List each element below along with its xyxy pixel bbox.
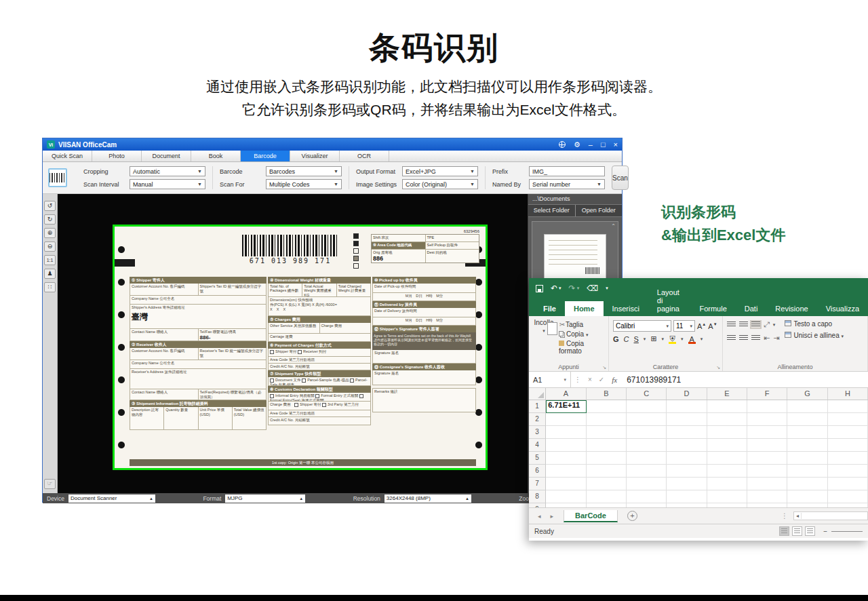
align-bottom-icon[interactable] (751, 322, 760, 328)
cell[interactable] (546, 465, 586, 478)
close-icon[interactable]: × (614, 141, 618, 148)
cell[interactable] (787, 465, 827, 478)
merge-center-button[interactable]: Unisci e allinea ▾ (785, 332, 844, 339)
format-select[interactable]: MJPG▲ (225, 495, 305, 503)
name-box[interactable]: A1▾ (529, 372, 571, 387)
cell[interactable] (747, 413, 787, 426)
page-break-view-icon[interactable] (805, 526, 815, 536)
align-left-icon[interactable] (727, 335, 736, 341)
tab-book[interactable]: Book (191, 151, 241, 161)
column-header[interactable]: G (787, 388, 827, 400)
barcode-select[interactable]: Barcodes▼ (266, 166, 342, 176)
tab-visualizza[interactable]: Visualizza (817, 301, 868, 316)
zoom-in-icon[interactable]: ⊕ (44, 228, 56, 238)
tab-inserisci[interactable]: Inserisci (604, 301, 648, 316)
select-folder-button[interactable]: Select Folder (528, 205, 576, 216)
row-header[interactable]: 9 (529, 503, 546, 507)
output-format-select[interactable]: Excel+JPG▼ (402, 166, 478, 176)
wrap-text-button[interactable]: Testo a capo (785, 320, 844, 328)
cell[interactable] (667, 452, 707, 465)
scroll-left-icon[interactable]: ◂ (794, 513, 802, 519)
underline-button[interactable]: S (634, 335, 639, 343)
row-header[interactable]: 3 (529, 426, 546, 439)
cell[interactable] (587, 426, 627, 439)
cell[interactable] (828, 413, 868, 426)
cell[interactable] (667, 465, 707, 478)
settings-gear-icon[interactable]: ⚙ (574, 141, 580, 148)
cell[interactable] (747, 465, 787, 478)
prev-sheet-icon[interactable]: ◂ (533, 513, 546, 520)
cell[interactable] (828, 400, 868, 413)
cell[interactable] (587, 400, 627, 413)
cropping-select[interactable]: Automatic▼ (130, 166, 205, 176)
column-header[interactable]: A (546, 388, 586, 400)
cell[interactable] (627, 465, 667, 478)
sheet-tab-barcode[interactable]: BarCode (564, 510, 618, 522)
tab-barcode[interactable]: Barcode (241, 151, 290, 161)
cell[interactable] (707, 400, 747, 413)
tab-home[interactable]: Home (565, 301, 604, 316)
cell[interactable] (546, 426, 586, 439)
cell[interactable] (627, 503, 667, 507)
formula-input[interactable]: 671013989171 (621, 375, 681, 385)
tab-revisione[interactable]: Revisione (766, 301, 816, 316)
cut-button[interactable]: ✂Taglia (559, 321, 604, 328)
cell[interactable] (787, 452, 827, 465)
tab-visualizer[interactable]: Visualizer (290, 151, 340, 161)
cell[interactable] (707, 439, 747, 452)
redo-button[interactable]: ↷▾ (569, 284, 580, 293)
cell[interactable] (747, 439, 787, 452)
tab-photo[interactable]: Photo (92, 151, 142, 161)
cell[interactable] (627, 478, 667, 490)
align-right-icon[interactable] (751, 335, 760, 341)
cell[interactable] (828, 452, 868, 465)
cell[interactable] (787, 426, 827, 439)
cell[interactable] (667, 400, 707, 413)
tab-dati[interactable]: Dati (736, 301, 767, 316)
cell[interactable] (627, 426, 667, 439)
language-globe-icon[interactable] (559, 141, 566, 148)
undo-button[interactable]: ↶▾ (551, 284, 561, 293)
qat-clear-icon[interactable]: ⌫ (587, 284, 598, 293)
cell[interactable] (828, 465, 868, 478)
actual-size-button[interactable]: 1:1 (44, 255, 56, 265)
cell[interactable] (546, 490, 586, 503)
cell[interactable] (667, 503, 707, 507)
align-center-icon[interactable] (739, 335, 748, 341)
dialog-launcher-icon[interactable]: ↘ (602, 365, 606, 370)
image-settings-select[interactable]: Color (Original)▼ (402, 179, 478, 189)
increase-indent-icon[interactable]: ⇥ (773, 334, 779, 343)
resolution-select[interactable]: 3264X2448 (8MP)▲ (384, 495, 471, 503)
column-header[interactable]: E (707, 388, 747, 400)
cell[interactable] (587, 439, 627, 452)
column-header[interactable]: H (828, 388, 868, 400)
row-header[interactable]: 8 (529, 490, 546, 503)
cell[interactable] (707, 490, 747, 503)
row-header[interactable]: 1 (529, 400, 546, 413)
column-header[interactable]: F (747, 388, 787, 400)
row-header[interactable]: 6 (529, 465, 546, 478)
italic-button[interactable]: C (624, 335, 629, 343)
cell[interactable] (667, 426, 707, 439)
cell[interactable] (667, 490, 707, 503)
cell[interactable] (707, 452, 747, 465)
cell[interactable] (787, 478, 827, 490)
cell[interactable] (667, 478, 707, 490)
page-layout-view-icon[interactable] (792, 526, 802, 536)
cell[interactable] (828, 490, 868, 503)
cell[interactable] (587, 490, 627, 503)
zoom-slider[interactable] (831, 531, 863, 532)
cell-a1[interactable]: 6.71E+11 (546, 400, 586, 413)
cell[interactable] (587, 478, 627, 490)
cell[interactable] (828, 439, 868, 452)
cell[interactable] (707, 465, 747, 478)
cell[interactable] (546, 439, 586, 452)
cell[interactable] (587, 413, 627, 426)
cell[interactable] (707, 478, 747, 490)
tab-quick-scan[interactable]: Quick Scan (43, 151, 92, 161)
cell[interactable] (587, 465, 627, 478)
font-name-select[interactable]: Calibri▾ (613, 320, 671, 332)
minimize-icon[interactable]: – (589, 141, 593, 148)
scan-for-select[interactable]: Multiple Codes▼ (266, 179, 342, 189)
font-color-icon[interactable]: A (688, 335, 696, 343)
